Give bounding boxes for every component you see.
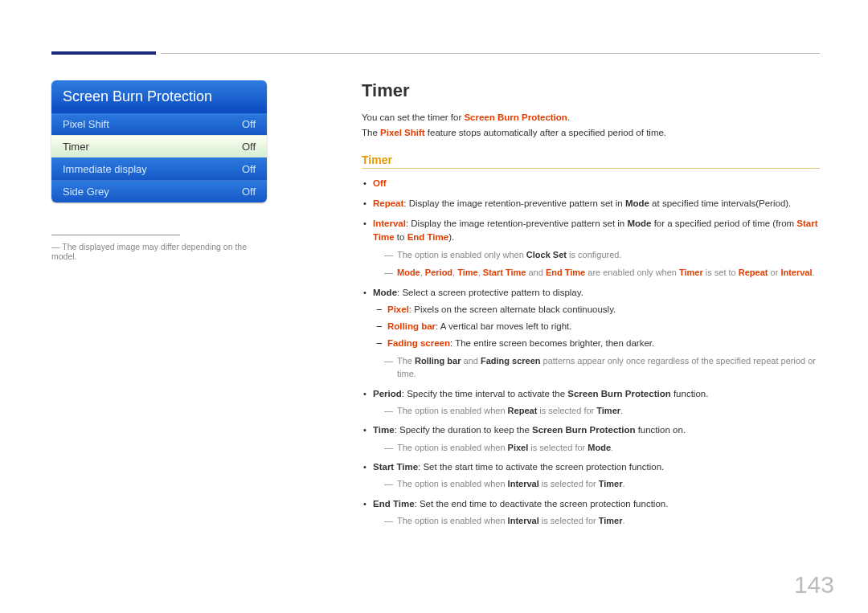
intro-line-2: The Pixel Shift feature stops automatica… xyxy=(362,126,820,140)
osd-menu-title: Screen Burn Protection xyxy=(51,80,267,113)
bullet-start-time: Start Time: Set the start time to activa… xyxy=(373,460,820,491)
header-rule xyxy=(161,53,820,54)
osd-row-label: Timer xyxy=(63,141,89,153)
osd-row-value: Off xyxy=(242,141,256,153)
osd-row-value: Off xyxy=(242,186,256,198)
osd-row-pixel-shift[interactable]: Pixel Shift Off xyxy=(51,113,267,135)
osd-row-side-grey[interactable]: Side Grey Off xyxy=(51,180,267,202)
osd-row-label: Immediate display xyxy=(63,163,147,175)
osd-row-immediate-display[interactable]: Immediate display Off xyxy=(51,157,267,180)
note-start-time: The option is enabled when Interval is s… xyxy=(384,477,820,491)
footnote-rule xyxy=(51,235,180,235)
note-period: The option is enabled when Repeat is sel… xyxy=(384,404,820,418)
sub-bullet-rolling-bar: Rolling bar: A vertical bar moves left t… xyxy=(387,320,820,333)
osd-row-timer[interactable]: Timer Off xyxy=(51,135,267,157)
sub-bullet-pixel: Pixel: Pixels on the screen alternate bl… xyxy=(387,303,820,317)
note-time: The option is enabled when Pixel is sele… xyxy=(384,441,820,455)
bullet-interval: Interval: Display the image retention-pr… xyxy=(373,217,820,280)
model-footnote: The displayed image may differ depending… xyxy=(51,242,267,261)
section-heading-timer: Timer xyxy=(362,80,820,101)
bullet-off: Off xyxy=(373,177,820,190)
osd-menu: Screen Burn Protection Pixel Shift Off T… xyxy=(51,80,267,202)
note-options-enabled: Mode, Period, Time, Start Time and End T… xyxy=(384,266,820,280)
sub-heading-timer: Timer xyxy=(362,153,820,169)
right-column: Timer You can set the timer for Screen B… xyxy=(362,80,820,534)
intro-line-1: You can set the timer for Screen Burn Pr… xyxy=(362,111,820,125)
osd-row-value: Off xyxy=(242,163,256,175)
bullet-period: Period: Specify the time interval to act… xyxy=(373,387,820,418)
bullet-repeat: Repeat: Display the image retention-prev… xyxy=(373,197,820,210)
header-accent-bar xyxy=(51,51,156,55)
osd-row-value: Off xyxy=(242,118,256,130)
note-end-time: The option is enabled when Interval is s… xyxy=(384,514,820,528)
bullet-list-level1: Off Repeat: Display the image retention-… xyxy=(362,177,820,528)
osd-row-label: Pixel Shift xyxy=(63,118,109,130)
note-rolling-fading: The Rolling bar and Fading screen patter… xyxy=(384,354,820,381)
sub-bullet-fading-screen: Fading screen: The entire screen becomes… xyxy=(387,337,820,350)
osd-row-label: Side Grey xyxy=(63,186,109,198)
page-number: 143 xyxy=(794,571,834,599)
bullet-end-time: End Time: Set the end time to deactivate… xyxy=(373,497,820,528)
bullet-time: Time: Specify the duration to keep the S… xyxy=(373,423,820,454)
left-column: Screen Burn Protection Pixel Shift Off T… xyxy=(51,80,267,261)
bullet-mode: Mode: Select a screen protective pattern… xyxy=(373,286,820,381)
note-clock-set: The option is enabled only when Clock Se… xyxy=(384,248,820,262)
